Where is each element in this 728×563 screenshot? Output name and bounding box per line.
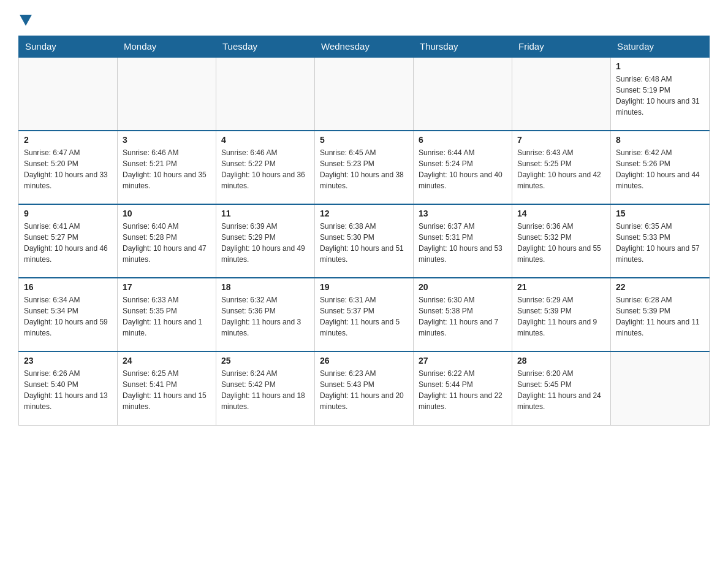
day-info: Sunrise: 6:25 AM Sunset: 5:41 PM Dayligh… [123, 368, 211, 412]
day-number: 27 [419, 356, 507, 366]
calendar-day-cell [216, 57, 315, 131]
day-number: 25 [221, 356, 309, 366]
calendar-day-cell: 13Sunrise: 6:37 AM Sunset: 5:31 PM Dayli… [414, 204, 512, 278]
day-info: Sunrise: 6:38 AM Sunset: 5:30 PM Dayligh… [320, 221, 408, 265]
day-info: Sunrise: 6:26 AM Sunset: 5:40 PM Dayligh… [24, 368, 112, 412]
calendar-week-row: 2Sunrise: 6:47 AM Sunset: 5:20 PM Daylig… [19, 131, 710, 204]
day-of-week-header: Wednesday [315, 36, 414, 58]
day-number: 7 [517, 135, 605, 145]
calendar-day-cell: 8Sunrise: 6:42 AM Sunset: 5:26 PM Daylig… [611, 131, 710, 204]
day-number: 15 [616, 209, 704, 218]
page-header [18, 12, 710, 26]
day-number: 20 [419, 282, 507, 292]
day-info: Sunrise: 6:39 AM Sunset: 5:29 PM Dayligh… [221, 221, 309, 265]
calendar-day-cell: 22Sunrise: 6:28 AM Sunset: 5:39 PM Dayli… [611, 278, 710, 351]
calendar-day-cell: 17Sunrise: 6:33 AM Sunset: 5:35 PM Dayli… [118, 278, 216, 351]
calendar-day-cell: 5Sunrise: 6:45 AM Sunset: 5:23 PM Daylig… [315, 131, 414, 204]
day-info: Sunrise: 6:37 AM Sunset: 5:31 PM Dayligh… [419, 221, 507, 265]
calendar-day-cell [19, 57, 118, 131]
day-info: Sunrise: 6:48 AM Sunset: 5:19 PM Dayligh… [616, 74, 704, 118]
calendar-header-row: SundayMondayTuesdayWednesdayThursdayFrid… [19, 36, 710, 58]
day-number: 4 [221, 135, 309, 145]
calendar-day-cell: 27Sunrise: 6:22 AM Sunset: 5:44 PM Dayli… [414, 351, 512, 425]
day-number: 3 [123, 135, 211, 145]
day-number: 9 [24, 209, 112, 218]
day-number: 17 [123, 282, 211, 292]
day-number: 19 [320, 282, 408, 292]
calendar-week-row: 1Sunrise: 6:48 AM Sunset: 5:19 PM Daylig… [19, 57, 710, 131]
calendar-day-cell: 11Sunrise: 6:39 AM Sunset: 5:29 PM Dayli… [216, 204, 315, 278]
day-info: Sunrise: 6:46 AM Sunset: 5:22 PM Dayligh… [221, 147, 309, 191]
logo-triangle-icon [20, 15, 32, 26]
day-of-week-header: Saturday [611, 36, 710, 58]
calendar-day-cell: 9Sunrise: 6:41 AM Sunset: 5:27 PM Daylig… [19, 204, 118, 278]
day-info: Sunrise: 6:31 AM Sunset: 5:37 PM Dayligh… [320, 294, 408, 339]
calendar-day-cell: 18Sunrise: 6:32 AM Sunset: 5:36 PM Dayli… [216, 278, 315, 351]
calendar-day-cell: 28Sunrise: 6:20 AM Sunset: 5:45 PM Dayli… [512, 351, 611, 425]
day-of-week-header: Sunday [19, 36, 118, 58]
calendar-day-cell: 19Sunrise: 6:31 AM Sunset: 5:37 PM Dayli… [315, 278, 414, 351]
day-info: Sunrise: 6:29 AM Sunset: 5:39 PM Dayligh… [517, 294, 605, 339]
calendar-day-cell: 24Sunrise: 6:25 AM Sunset: 5:41 PM Dayli… [118, 351, 216, 425]
day-info: Sunrise: 6:34 AM Sunset: 5:34 PM Dayligh… [24, 294, 112, 339]
day-info: Sunrise: 6:44 AM Sunset: 5:24 PM Dayligh… [419, 147, 507, 191]
day-number: 14 [517, 209, 605, 218]
day-number: 23 [24, 356, 112, 366]
day-number: 26 [320, 356, 408, 366]
calendar-day-cell: 14Sunrise: 6:36 AM Sunset: 5:32 PM Dayli… [512, 204, 611, 278]
day-number: 24 [123, 356, 211, 366]
logo [18, 12, 32, 26]
day-of-week-header: Tuesday [216, 36, 315, 58]
day-number: 16 [24, 282, 112, 292]
day-info: Sunrise: 6:36 AM Sunset: 5:32 PM Dayligh… [517, 221, 605, 265]
calendar-day-cell [414, 57, 512, 131]
calendar-day-cell: 12Sunrise: 6:38 AM Sunset: 5:30 PM Dayli… [315, 204, 414, 278]
calendar-day-cell: 10Sunrise: 6:40 AM Sunset: 5:28 PM Dayli… [118, 204, 216, 278]
day-info: Sunrise: 6:43 AM Sunset: 5:25 PM Dayligh… [517, 147, 605, 191]
day-info: Sunrise: 6:32 AM Sunset: 5:36 PM Dayligh… [221, 294, 309, 339]
day-of-week-header: Monday [118, 36, 216, 58]
calendar-day-cell: 26Sunrise: 6:23 AM Sunset: 5:43 PM Dayli… [315, 351, 414, 425]
day-number: 21 [517, 282, 605, 292]
calendar-day-cell: 21Sunrise: 6:29 AM Sunset: 5:39 PM Dayli… [512, 278, 611, 351]
day-number: 28 [517, 356, 605, 366]
day-info: Sunrise: 6:41 AM Sunset: 5:27 PM Dayligh… [24, 221, 112, 265]
calendar-day-cell: 7Sunrise: 6:43 AM Sunset: 5:25 PM Daylig… [512, 131, 611, 204]
day-number: 22 [616, 282, 704, 292]
calendar-table: SundayMondayTuesdayWednesdayThursdayFrid… [18, 36, 710, 426]
day-number: 13 [419, 209, 507, 218]
calendar-day-cell: 15Sunrise: 6:35 AM Sunset: 5:33 PM Dayli… [611, 204, 710, 278]
day-info: Sunrise: 6:46 AM Sunset: 5:21 PM Dayligh… [123, 147, 211, 191]
day-number: 12 [320, 209, 408, 218]
day-info: Sunrise: 6:20 AM Sunset: 5:45 PM Dayligh… [517, 368, 605, 412]
calendar-week-row: 23Sunrise: 6:26 AM Sunset: 5:40 PM Dayli… [19, 351, 710, 425]
calendar-day-cell: 2Sunrise: 6:47 AM Sunset: 5:20 PM Daylig… [19, 131, 118, 204]
day-info: Sunrise: 6:47 AM Sunset: 5:20 PM Dayligh… [24, 147, 112, 191]
day-number: 6 [419, 135, 507, 145]
day-info: Sunrise: 6:40 AM Sunset: 5:28 PM Dayligh… [123, 221, 211, 265]
day-info: Sunrise: 6:33 AM Sunset: 5:35 PM Dayligh… [123, 294, 211, 339]
calendar-day-cell: 1Sunrise: 6:48 AM Sunset: 5:19 PM Daylig… [611, 57, 710, 131]
day-number: 2 [24, 135, 112, 145]
day-info: Sunrise: 6:30 AM Sunset: 5:38 PM Dayligh… [419, 294, 507, 339]
day-number: 10 [123, 209, 211, 218]
day-number: 5 [320, 135, 408, 145]
calendar-day-cell: 23Sunrise: 6:26 AM Sunset: 5:40 PM Dayli… [19, 351, 118, 425]
day-number: 1 [616, 61, 704, 71]
day-info: Sunrise: 6:42 AM Sunset: 5:26 PM Dayligh… [616, 147, 704, 191]
day-info: Sunrise: 6:45 AM Sunset: 5:23 PM Dayligh… [320, 147, 408, 191]
day-info: Sunrise: 6:24 AM Sunset: 5:42 PM Dayligh… [221, 368, 309, 412]
calendar-day-cell [611, 351, 710, 425]
day-of-week-header: Friday [512, 36, 611, 58]
day-of-week-header: Thursday [414, 36, 512, 58]
calendar-day-cell [315, 57, 414, 131]
day-info: Sunrise: 6:23 AM Sunset: 5:43 PM Dayligh… [320, 368, 408, 412]
calendar-day-cell: 4Sunrise: 6:46 AM Sunset: 5:22 PM Daylig… [216, 131, 315, 204]
day-number: 18 [221, 282, 309, 292]
calendar-week-row: 16Sunrise: 6:34 AM Sunset: 5:34 PM Dayli… [19, 278, 710, 351]
calendar-day-cell: 6Sunrise: 6:44 AM Sunset: 5:24 PM Daylig… [414, 131, 512, 204]
calendar-day-cell: 16Sunrise: 6:34 AM Sunset: 5:34 PM Dayli… [19, 278, 118, 351]
calendar-day-cell [118, 57, 216, 131]
calendar-week-row: 9Sunrise: 6:41 AM Sunset: 5:27 PM Daylig… [19, 204, 710, 278]
calendar-day-cell: 20Sunrise: 6:30 AM Sunset: 5:38 PM Dayli… [414, 278, 512, 351]
